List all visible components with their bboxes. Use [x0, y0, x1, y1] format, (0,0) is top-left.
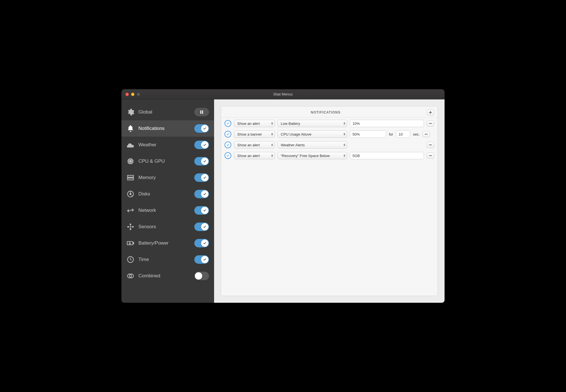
sidebar-item-label: CPU & GPU [138, 158, 190, 164]
sidebar-item-label: Notifications [138, 126, 190, 131]
sidebar-item-label: Network [138, 208, 190, 213]
rule-trigger-value: Low Battery [281, 121, 300, 126]
traffic-lights [125, 93, 140, 96]
memory-toggle[interactable] [194, 173, 209, 182]
rule-action-select[interactable]: Show an alert [234, 152, 275, 159]
svg-rect-1 [202, 110, 203, 114]
fan-icon [127, 223, 134, 231]
weather-toggle[interactable] [194, 141, 209, 149]
battery-icon [127, 239, 134, 247]
memory-icon [127, 174, 134, 182]
cpu-icon [127, 157, 134, 165]
updown-icon [271, 133, 273, 136]
network-icon [127, 206, 134, 214]
rule-row: Show an alert “Recovery” Free Space Belo… [225, 152, 434, 159]
updown-icon [271, 154, 273, 157]
rule-trigger-select[interactable]: CPU Usage Above [278, 130, 347, 138]
disks-toggle[interactable] [194, 190, 209, 198]
rule-enable-checkbox[interactable] [225, 131, 231, 138]
rule-trigger-value: “Recovery” Free Space Below [281, 154, 330, 158]
rule-trigger-select[interactable]: “Recovery” Free Space Below [278, 152, 347, 159]
cpu-toggle[interactable] [194, 157, 209, 165]
rule-action-select[interactable]: Show a banner [234, 130, 275, 138]
remove-rule-button[interactable] [427, 120, 434, 127]
disk-icon [127, 190, 134, 198]
battery-toggle[interactable] [194, 239, 209, 247]
sidebar-item-global[interactable]: Global [121, 104, 214, 120]
sidebar-item-label: Combined [138, 273, 190, 279]
rule-value-field[interactable]: 10% [350, 120, 424, 127]
add-rule-button[interactable] [427, 109, 434, 116]
remove-rule-button[interactable] [427, 153, 434, 159]
updown-icon [343, 122, 345, 125]
svg-point-7 [130, 193, 131, 195]
rule-trigger-value: Weather Alerts [281, 143, 305, 147]
svg-rect-3 [130, 160, 132, 162]
clock-icon [127, 256, 134, 263]
updown-icon [343, 144, 345, 146]
window-body: Global Notifications Weather [121, 99, 445, 303]
updown-icon [271, 144, 273, 146]
notifications-toggle[interactable] [194, 124, 209, 133]
rule-trigger-select[interactable]: Weather Alerts [278, 141, 347, 149]
rule-value-field[interactable]: 50% [350, 130, 386, 138]
rules-list: Show an alert Low Battery 10% [221, 117, 437, 162]
sidebar-item-disks[interactable]: Disks [121, 186, 214, 202]
rule-row: Show an alert Weather Alerts [225, 141, 434, 149]
sidebar-item-label: Sensors [138, 224, 190, 230]
sidebar-item-sensors[interactable]: Sensors [121, 219, 214, 235]
sidebar-item-battery[interactable]: Battery/Power [121, 235, 214, 251]
app-window: iStat Menus Global Notifications [121, 89, 445, 303]
close-window-button[interactable] [125, 93, 129, 96]
rule-row: Show a banner CPU Usage Above 50% for 10… [225, 130, 434, 138]
updown-icon [343, 133, 345, 136]
sidebar-item-combined[interactable]: Combined [121, 268, 214, 284]
sidebar-item-label: Disks [138, 191, 190, 197]
remove-rule-button[interactable] [427, 142, 434, 148]
pause-button[interactable] [194, 108, 209, 116]
minimize-window-button[interactable] [131, 93, 134, 96]
sec-label: sec. [413, 132, 420, 136]
rule-action-select[interactable]: Show an alert [234, 120, 275, 127]
remove-rule-button[interactable] [423, 131, 430, 137]
updown-icon [271, 122, 273, 125]
sidebar-item-weather[interactable]: Weather [121, 137, 214, 153]
combined-icon [127, 272, 134, 280]
sidebar: Global Notifications Weather [121, 99, 214, 303]
window-title: iStat Menus [273, 92, 293, 96]
panel-header: NOTIFICATIONS [221, 106, 437, 117]
rule-action-value: Show an alert [237, 121, 260, 126]
rule-duration-field[interactable]: 10 [396, 130, 410, 138]
rule-enable-checkbox[interactable] [225, 120, 231, 127]
rule-action-value: Show an alert [237, 143, 260, 147]
rule-action-value: Show a banner [237, 132, 262, 136]
rule-trigger-select[interactable]: Low Battery [278, 120, 347, 127]
sidebar-item-network[interactable]: Network [121, 202, 214, 219]
rule-trigger-value: CPU Usage Above [281, 132, 311, 136]
content-area: NOTIFICATIONS Show an alert [214, 99, 445, 303]
sidebar-item-memory[interactable]: Memory [121, 169, 214, 186]
time-toggle[interactable] [194, 255, 209, 264]
sidebar-item-cpu[interactable]: CPU & GPU [121, 153, 214, 169]
rule-action-select[interactable]: Show an alert [234, 141, 275, 149]
sidebar-item-label: Memory [138, 175, 190, 180]
rule-value-field[interactable]: 5GB [350, 152, 424, 159]
sidebar-item-label: Battery/Power [138, 240, 190, 246]
rule-enable-checkbox[interactable] [225, 152, 231, 159]
network-toggle[interactable] [194, 206, 209, 215]
for-label: for [389, 132, 393, 136]
sensors-toggle[interactable] [194, 223, 209, 231]
combined-toggle[interactable] [194, 272, 209, 280]
panel-title: NOTIFICATIONS [225, 110, 427, 114]
zoom-window-button[interactable] [137, 93, 140, 96]
sidebar-item-label: Weather [138, 142, 190, 148]
svg-point-8 [130, 226, 131, 228]
rule-action-value: Show an alert [237, 154, 260, 158]
titlebar: iStat Menus [121, 89, 445, 99]
sidebar-item-notifications[interactable]: Notifications [121, 120, 214, 137]
sidebar-item-label: Time [138, 257, 190, 262]
svg-rect-0 [200, 110, 201, 114]
sidebar-item-time[interactable]: Time [121, 251, 214, 268]
bell-icon [127, 125, 134, 132]
rule-enable-checkbox[interactable] [225, 141, 231, 148]
